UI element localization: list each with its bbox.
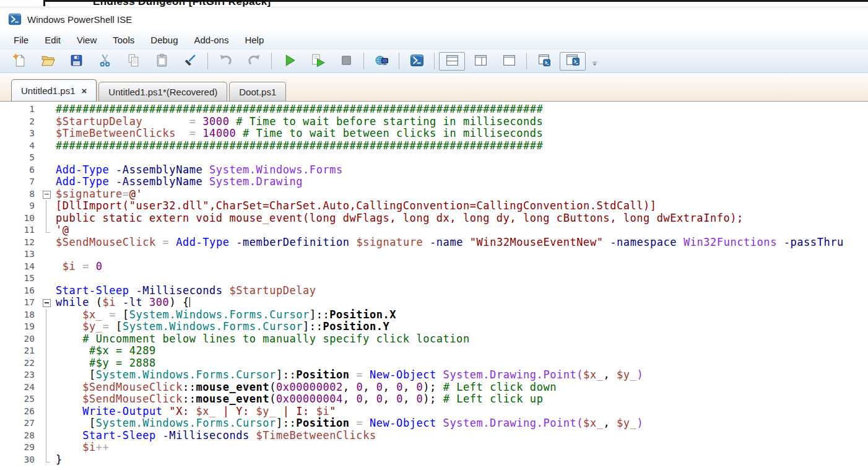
line-number: 9 (0, 200, 37, 212)
line-number: 18 (0, 309, 37, 321)
tab-untitled1-ps1[interactable]: Untitled1.ps1× (11, 79, 97, 101)
line-number: 12 (0, 237, 37, 249)
line-number: 23 (0, 369, 37, 381)
menu-debug[interactable]: Debug (142, 31, 186, 50)
run-selection-icon (310, 53, 326, 70)
close-tab-icon[interactable]: × (82, 85, 87, 96)
copy-button[interactable] (120, 52, 146, 71)
line-number: 24 (0, 381, 37, 394)
fold-guide (37, 357, 56, 370)
fold-guide (37, 454, 56, 466)
squeegee-icon (183, 53, 198, 70)
fold-guide (37, 224, 56, 237)
code-text: Add-Type -AssemblyName System.Drawing (56, 176, 303, 188)
copy-pages-icon (126, 53, 141, 70)
redo-button[interactable] (241, 52, 267, 71)
menu-tools[interactable]: Tools (105, 31, 142, 50)
menu-view[interactable]: View (69, 31, 105, 50)
powershell-app-icon (8, 12, 22, 26)
background-window-title: Endless Dungeon [FitGirl Repack] (93, 0, 271, 7)
text-caret (189, 297, 191, 307)
show-script-pane-right-button[interactable] (467, 52, 493, 71)
script-editor[interactable]: 1#######################################… (0, 101, 868, 470)
code-text: $SendMouseClick::mouse_event(0x00000004,… (56, 393, 543, 406)
code-line-30: 30} (0, 454, 868, 466)
run-triangle-icon (282, 53, 297, 70)
tab-label: Doot.ps1 (239, 87, 276, 97)
paste-button[interactable] (149, 52, 175, 71)
fold-guide (37, 406, 56, 418)
line-number: 30 (0, 454, 37, 466)
menu-help[interactable]: Help (237, 31, 272, 50)
code-line-17: 17while ($i -lt 300) { (0, 297, 868, 309)
powershell-pane-right-button[interactable] (560, 52, 586, 71)
run-selection-button[interactable] (305, 52, 331, 71)
menu-edit[interactable]: Edit (37, 31, 69, 50)
pane-max-icon (501, 53, 517, 70)
background-window-edge (43, 0, 45, 6)
code-text: while ($i -lt 300) { (56, 297, 190, 309)
fold-guide (37, 152, 56, 164)
pane-top-icon (445, 53, 460, 70)
clipboard-icon (154, 53, 170, 70)
code-text: ########################################… (56, 103, 543, 116)
fold-guide (37, 200, 56, 212)
fold-guide (37, 309, 56, 321)
open-script-button[interactable] (35, 52, 61, 71)
undo-button[interactable] (212, 52, 238, 71)
toolbar-separator (271, 53, 272, 69)
start-powershell-button[interactable] (404, 52, 430, 71)
fold-guide (37, 285, 56, 297)
code-line-5: 5 (0, 152, 868, 164)
fold-guide (37, 237, 56, 249)
run-script-button[interactable] (276, 52, 302, 71)
stop-operation-button[interactable] (333, 52, 359, 71)
powershell-pane-left-button[interactable] (531, 52, 557, 71)
title-bar: Windows PowerShell ISE (0, 7, 868, 31)
toolbar-overflow-button[interactable] (589, 59, 599, 70)
code-text: $SendMouseClick = Add-Type -memberDefini… (56, 237, 844, 249)
fold-guide (37, 103, 56, 116)
code-text: Write-Output "X: $x_ | Y: $y_ | I: $i" (56, 406, 336, 418)
fold-toggle-icon[interactable] (37, 188, 56, 201)
line-number: 5 (0, 152, 37, 164)
clear-console-button[interactable] (177, 52, 203, 71)
code-text: '@ (56, 224, 69, 237)
code-line-4: 4#######################################… (0, 140, 868, 152)
code-text: $TimeBetweenClicks = 14000 # Time to wai… (56, 128, 543, 140)
tab-doot-ps1[interactable]: Doot.ps1 (229, 82, 286, 101)
line-number: 25 (0, 393, 37, 406)
remote-computer-globe-icon (374, 53, 389, 70)
new-remote-powershell-tab-button[interactable] (368, 52, 394, 71)
fold-guide (37, 176, 56, 188)
code-text: [DllImport("user32.dll",CharSet=CharSet.… (56, 200, 657, 212)
menu-add-ons[interactable]: Add-ons (186, 31, 237, 50)
line-number: 27 (0, 417, 37, 430)
line-number: 3 (0, 128, 37, 140)
tab-label: Untitled1.ps1 (21, 85, 76, 96)
code-text: } (56, 454, 63, 466)
line-number: 7 (0, 176, 37, 188)
code-line-16: 16Start-Sleep -Milliseconds $StartupDela… (0, 285, 868, 297)
toolbar-separator (399, 53, 399, 69)
code-text: ########################################… (56, 140, 543, 152)
code-text: $StartupDelay = 3000 # Time to wait befo… (56, 116, 543, 128)
line-number: 16 (0, 285, 37, 297)
cut-button[interactable] (92, 52, 118, 71)
new-script-button[interactable] (6, 52, 32, 71)
code-line-18: 18 $x_ = [System.Windows.Forms.Cursor]::… (0, 309, 868, 321)
tab-untitled1-ps1-recovered-[interactable]: Untitled1.ps1*(Recovered) (98, 82, 227, 101)
line-number: 26 (0, 406, 37, 418)
ps-window-b-icon (565, 53, 581, 70)
code-line-29: 29 $i++ (0, 442, 868, 454)
menu-file[interactable]: File (6, 31, 37, 50)
code-text: [System.Windows.Forms.Cursor]::Position … (56, 369, 643, 381)
code-line-24: 24 $SendMouseClick::mouse_event(0x000000… (0, 381, 868, 394)
line-number: 20 (0, 333, 37, 346)
fold-toggle-icon[interactable] (37, 297, 56, 309)
show-script-pane-top-button[interactable] (439, 52, 465, 71)
show-script-pane-maximized-button[interactable] (496, 52, 522, 71)
code-line-12: 12$SendMouseClick = Add-Type -memberDefi… (0, 237, 868, 249)
code-line-13: 13 (0, 248, 868, 261)
save-script-button[interactable] (63, 52, 89, 71)
